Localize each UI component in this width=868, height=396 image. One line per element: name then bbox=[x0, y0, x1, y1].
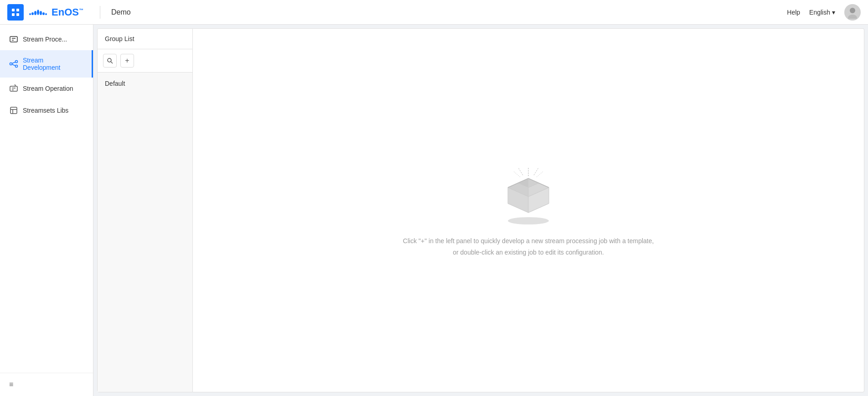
search-button[interactable] bbox=[103, 54, 117, 68]
help-link[interactable]: Help bbox=[787, 9, 800, 16]
svg-line-33 bbox=[518, 168, 523, 175]
main-layout: Stream Proce... Stream Development bbox=[0, 0, 868, 396]
svg-line-35 bbox=[514, 172, 520, 177]
svg-point-20 bbox=[108, 58, 111, 62]
sidebar-collapse-icon[interactable]: ≡ bbox=[9, 380, 13, 388]
language-selector[interactable]: English ▾ bbox=[809, 9, 835, 16]
inner-layout: Group List + Default bbox=[97, 28, 864, 392]
sidebar-item-stream-operation-label: Stream Operation bbox=[23, 85, 73, 92]
content-area: Group List + Default bbox=[93, 25, 868, 396]
svg-line-12 bbox=[12, 62, 16, 63]
svg-point-11 bbox=[16, 65, 18, 68]
svg-rect-6 bbox=[10, 36, 17, 42]
svg-line-34 bbox=[534, 168, 538, 175]
main-panel: Click "+" in the left panel to quickly d… bbox=[193, 28, 864, 392]
add-group-button[interactable]: + bbox=[120, 54, 134, 68]
grid-menu-button[interactable] bbox=[7, 4, 24, 21]
sidebar-footer: ≡ bbox=[0, 373, 93, 396]
svg-point-22 bbox=[508, 217, 549, 224]
sidebar-item-stream-development-label: Stream Development bbox=[23, 57, 83, 71]
logo-dots-icon bbox=[29, 10, 47, 15]
logo-area: EnOS™ bbox=[29, 6, 83, 18]
empty-state-message: Click "+" in the left panel to quickly d… bbox=[401, 235, 656, 258]
sidebar-nav: Stream Proce... Stream Development bbox=[0, 25, 93, 373]
svg-rect-2 bbox=[12, 13, 15, 16]
svg-point-10 bbox=[16, 61, 18, 63]
svg-point-9 bbox=[10, 63, 12, 65]
svg-rect-17 bbox=[10, 107, 17, 114]
sidebar-item-stream-development[interactable]: Stream Development bbox=[0, 50, 93, 78]
user-avatar[interactable] bbox=[844, 4, 861, 21]
svg-rect-1 bbox=[16, 9, 19, 11]
sidebar-section-title: Stream Proce... bbox=[23, 36, 67, 43]
sidebar: Stream Proce... Stream Development bbox=[0, 25, 93, 396]
header-right: Help English ▾ bbox=[787, 4, 861, 21]
sidebar-section-header: Stream Proce... bbox=[0, 28, 93, 50]
svg-point-5 bbox=[848, 15, 857, 19]
group-list-toolbar: + bbox=[98, 49, 192, 73]
svg-line-36 bbox=[537, 172, 543, 177]
svg-rect-0 bbox=[12, 9, 15, 11]
sidebar-item-streamsets-libs-label: Streamsets Libs bbox=[23, 107, 68, 114]
group-list-panel: Group List + Default bbox=[97, 28, 193, 392]
svg-line-13 bbox=[12, 64, 16, 66]
empty-state-icon bbox=[492, 162, 565, 226]
sidebar-item-stream-operation[interactable]: Stream Operation bbox=[0, 78, 93, 99]
enos-logo-text: EnOS™ bbox=[52, 6, 83, 18]
empty-state: Click "+" in the left panel to quickly d… bbox=[401, 162, 656, 258]
group-list-header: Group List bbox=[98, 29, 192, 49]
app-header: EnOS™ Demo Help English ▾ bbox=[0, 0, 868, 25]
svg-rect-3 bbox=[16, 13, 19, 16]
header-left: EnOS™ Demo bbox=[7, 4, 131, 21]
svg-point-4 bbox=[850, 8, 855, 13]
chevron-down-icon: ▾ bbox=[832, 9, 835, 16]
svg-line-21 bbox=[111, 62, 113, 63]
sidebar-item-streamsets-libs[interactable]: Streamsets Libs bbox=[0, 99, 93, 121]
app-title: Demo bbox=[111, 8, 131, 16]
language-label: English bbox=[809, 9, 830, 16]
list-item[interactable]: Default bbox=[98, 76, 192, 91]
group-list-items: Default bbox=[98, 73, 192, 392]
header-divider bbox=[100, 6, 100, 19]
svg-rect-14 bbox=[10, 86, 17, 91]
